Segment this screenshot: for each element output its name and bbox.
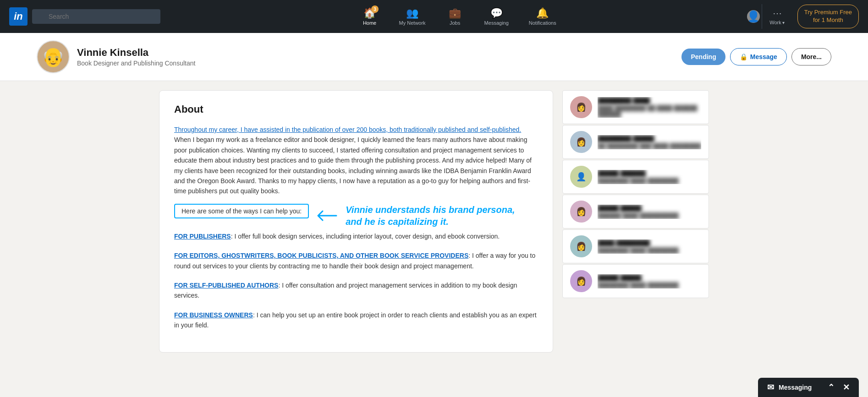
sidebar: 👩 ████████ ████ ████ ████████ ██ ████ ██… [562,90,709,353]
sidebar-person-info-5: ████ ████████ ████████ ████ ████████ [598,239,701,254]
sidebar-avatar-6: 👩 [570,270,592,292]
linkedin-logo[interactable]: in [9,7,27,26]
sidebar-name-5: ████ ████████ [598,239,701,246]
business-owners-label: FOR BUSINESS OWNERS [174,311,253,319]
pending-button[interactable]: Pending [681,49,725,65]
navbar: in 🔍 🏠 3 Home 👥 My Network 💼 Jobs 💬 Mess… [0,0,868,33]
nav-center: 🏠 3 Home 👥 My Network 💼 Jobs 💬 Messaging… [170,4,747,29]
sidebar-avatar-4: 👩 [570,201,592,223]
sidebar-avatar-2: 👩 [570,131,592,153]
search-input[interactable] [32,9,160,24]
sidebar-person-info-2: ████████ █████ ██ ████████ ███ ████ ████… [598,135,701,149]
work-grid-icon: ⋯ [773,8,782,19]
nav-messaging[interactable]: 💬 Messaging [475,4,518,29]
sidebar-role-5: ████████ ████ ████████ [598,247,701,254]
business-owners-text: FOR BUSINESS OWNERS: I can help you set … [174,310,538,331]
profile-header: 👴 Vinnie Kinsella Book Designer and Publ… [0,33,868,81]
sidebar-person-info-4: █████ █████ ██████ ████ ██████████ [598,205,701,219]
nav-jobs[interactable]: 💼 Jobs [437,4,473,29]
main-layout: About Throughout my career, I have assis… [159,81,709,362]
publishers-text: FOR PUBLISHERS: I offer full book design… [174,231,538,241]
nav-home-label: Home [363,20,376,26]
sidebar-name-4: █████ █████ [598,205,701,212]
nav-messaging-label: Messaging [484,20,509,26]
annotation-container: Vinnie understands his brand persona,and… [313,204,515,228]
nav-notifications[interactable]: 🔔 Notifications [520,4,566,29]
sidebar-avatar-3: 👤 [570,166,592,188]
highlight-box: Here are some of the ways I can help you… [174,204,309,218]
about-text-link[interactable]: Throughout my career, I have assisted in… [174,126,521,133]
highlight-row: Here are some of the ways I can help you… [174,204,538,228]
user-avatar[interactable]: 👤 [747,10,760,23]
sidebar-person-info-6: █████ █████ ████████ ████ ████████ [598,274,701,288]
sidebar-role-6: ████████ ████ ████████ [598,282,701,288]
section-publishers: FOR PUBLISHERS: I offer full book design… [174,231,538,241]
notifications-icon: 🔔 [536,7,549,19]
sidebar-avatar-5: 👩 [570,235,592,257]
editors-text: FOR EDITORS, GHOSTWRITERS, BOOK PUBLICIS… [174,250,538,271]
section-self-published: FOR SELF-PUBLISHED AUTHORS: I offer cons… [174,280,538,301]
section-business-owners: FOR BUSINESS OWNERS: I can help you set … [174,310,538,331]
sidebar-role-2: ██ ████████ ███ ████ ████████ [598,143,701,149]
lock-icon: 🔒 [740,53,747,60]
about-title: About [174,103,538,115]
publishers-label: FOR PUBLISHERS [174,233,231,240]
sidebar-avatar-1: 👩 [570,96,592,118]
nav-network[interactable]: 👥 My Network [390,4,435,29]
profile-title: Book Designer and Publishing Consultant [77,60,681,67]
sidebar-person-info-3: █████ ██████ ████████ ████ ████████ [598,170,701,184]
premium-button[interactable]: Try Premium Freefor 1 Month [797,5,859,28]
home-badge: 3 [371,5,379,13]
profile-name: Vinnie Kinsella [77,47,681,59]
annotation-text: Vinnie understands his brand persona,and… [346,204,515,228]
sidebar-person-1[interactable]: 👩 ████████ ████ ████ ████████ ██ ████ ██… [562,90,709,124]
sidebar-person-6[interactable]: 👩 █████ █████ ████████ ████ ████████ [562,264,709,298]
annotation-arrow-svg [313,207,341,225]
home-icon: 🏠 3 [363,7,376,19]
network-icon: 👥 [406,7,418,19]
nav-notifications-label: Notifications [529,20,556,26]
sidebar-person-5[interactable]: 👩 ████ ████████ ████████ ████ ████████ [562,229,709,263]
profile-actions: Pending 🔒 Message More... [681,48,831,65]
nav-right: 👤 ⋯ Work ▾ Try Premium Freefor 1 Month [747,4,859,29]
sidebar-role-3: ████████ ████ ████████ [598,178,701,184]
sidebar-person-info-1: ████████ ████ ████ ████████ ██ ████ ████… [598,97,701,118]
self-published-text: FOR SELF-PUBLISHED AUTHORS: I offer cons… [174,280,538,301]
nav-work[interactable]: ⋯ Work ▾ [762,4,791,29]
messaging-icon: 💬 [490,7,503,19]
sidebar-person-2[interactable]: 👩 ████████ █████ ██ ████████ ███ ████ ██… [562,125,709,159]
sidebar-person-3[interactable]: 👤 █████ ██████ ████████ ████ ████████ [562,160,709,194]
work-label: Work ▾ [769,20,784,25]
self-published-label: FOR SELF-PUBLISHED AUTHORS [174,282,278,289]
sidebar-name-3: █████ ██████ [598,170,701,177]
sidebar-role-1: ████ ████████ ██ ████ ██████ ██████ [598,105,701,118]
sidebar-name-1: ████████ ████ [598,97,701,104]
more-button[interactable]: More... [791,48,831,65]
editors-label: FOR EDITORS, GHOSTWRITERS, BOOK PUBLICIS… [174,252,468,259]
nav-network-label: My Network [399,20,426,26]
search-wrapper: 🔍 [32,9,160,24]
about-paragraph: Throughout my career, I have assisted in… [174,125,538,196]
sidebar-name-2: ████████ █████ [598,135,701,142]
about-section: About Throughout my career, I have assis… [159,90,553,353]
message-button[interactable]: 🔒 Message [730,48,787,65]
jobs-icon: 💼 [449,7,461,19]
sidebar-name-6: █████ █████ [598,274,701,281]
sidebar-role-4: ██████ ████ ██████████ [598,212,701,219]
section-editors: FOR EDITORS, GHOSTWRITERS, BOOK PUBLICIS… [174,250,538,271]
nav-jobs-label: Jobs [450,20,460,26]
nav-home[interactable]: 🏠 3 Home [352,4,388,29]
sidebar-person-4[interactable]: 👩 █████ █████ ██████ ████ ██████████ [562,195,709,228]
profile-avatar: 👴 [37,40,70,73]
profile-info: Vinnie Kinsella Book Designer and Publis… [77,47,681,67]
